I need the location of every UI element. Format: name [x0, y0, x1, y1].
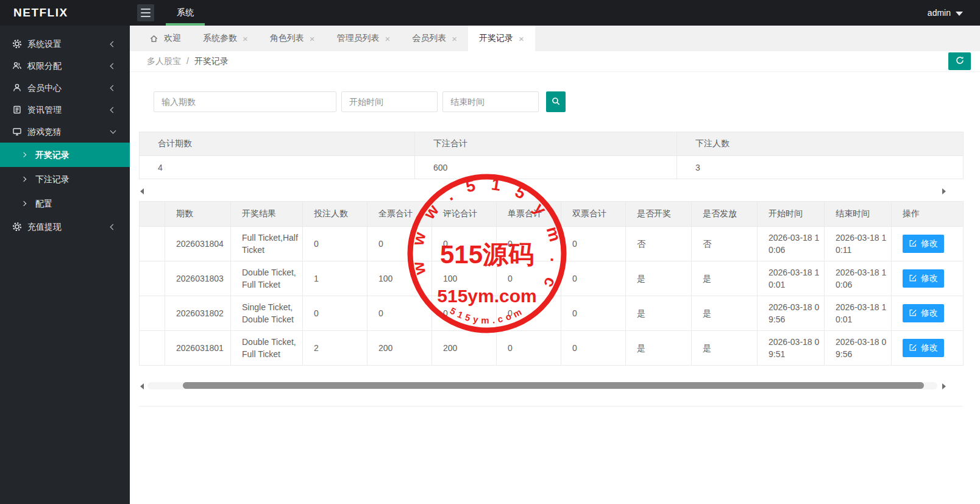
- summary-header: 合计期数: [140, 132, 415, 156]
- search-button[interactable]: [546, 91, 566, 112]
- period-input[interactable]: [154, 91, 336, 112]
- close-icon[interactable]: ×: [310, 34, 315, 43]
- close-icon[interactable]: ×: [243, 34, 248, 43]
- document-icon: [12, 105, 22, 115]
- edit-button[interactable]: 修改: [903, 269, 944, 288]
- start-time-input[interactable]: [341, 91, 438, 112]
- cell-drawn: 否: [626, 227, 692, 261]
- sidebar-item-system-settings[interactable]: 系统设置: [0, 33, 130, 55]
- edit-icon: [909, 239, 917, 249]
- sidebar-item-info-management[interactable]: 资讯管理: [0, 99, 130, 121]
- hamburger-menu-icon[interactable]: [137, 4, 154, 21]
- cell-result: Double Ticket, Full Ticket: [231, 261, 303, 296]
- edit-button[interactable]: 修改: [903, 304, 944, 322]
- sidebar-item-recharge-withdraw[interactable]: 充值提现: [0, 216, 130, 238]
- cell-bettors: 0: [303, 296, 367, 331]
- cell-paid: 否: [692, 227, 758, 261]
- sidebar-item-permissions[interactable]: 权限分配: [0, 55, 130, 77]
- close-icon[interactable]: ×: [519, 34, 524, 43]
- tab-role-list[interactable]: 角色列表 ×: [259, 26, 326, 51]
- tab-member-list[interactable]: 会员列表 ×: [401, 26, 468, 51]
- summary-header: 下注合计: [415, 132, 677, 156]
- tab-label: 会员列表: [412, 33, 446, 44]
- sidebar: 系统设置 权限分配 会员中心 资讯管理: [0, 26, 130, 504]
- tab-label: 欢迎: [164, 33, 181, 44]
- cell-blank: [140, 296, 165, 331]
- edit-icon: [909, 274, 917, 284]
- cell-actions: 修改: [892, 296, 964, 331]
- tab-system-params[interactable]: 系统参数 ×: [192, 26, 259, 51]
- table-row: 2026031803 Double Ticket, Full Ticket 1 …: [140, 261, 964, 296]
- summary-header-row: 合计期数 下注合计 下注人数: [140, 132, 964, 156]
- tab-draw-records[interactable]: 开奖记录 ×: [468, 26, 535, 51]
- user-dropdown[interactable]: admin: [928, 0, 963, 26]
- sidebar-item-member-center[interactable]: 会员中心: [0, 77, 130, 99]
- cell-paid: 是: [692, 261, 758, 296]
- breadcrumb-current: 开奖记录: [194, 56, 229, 66]
- chevron-left-icon: [110, 107, 116, 113]
- sidebar-item-game-betting[interactable]: 游戏竞猜: [0, 121, 130, 143]
- cell-single-total: 0: [497, 296, 561, 331]
- cell-actions: 修改: [892, 227, 964, 261]
- chevron-left-icon: [110, 85, 116, 91]
- sidebar-item-label: 系统设置: [27, 39, 62, 49]
- chevron-left-icon: [110, 63, 116, 69]
- sidebar-subitem-bet-records[interactable]: 下注记录: [0, 167, 130, 191]
- cell-period: 2026031804: [165, 227, 231, 261]
- edit-button[interactable]: 修改: [903, 235, 944, 253]
- end-time-input[interactable]: [442, 91, 539, 112]
- cell-double-total: 0: [561, 227, 626, 261]
- summary-table: 合计期数 下注合计 下注人数 4 600 3: [139, 132, 964, 179]
- divider: [139, 406, 963, 406]
- cell-paid: 是: [692, 296, 758, 331]
- cell-result: Single Ticket, Double Ticket: [231, 296, 303, 331]
- tab-admin-list[interactable]: 管理员列表 ×: [326, 26, 402, 51]
- cell-end-time: 2026-03-18 09:56: [825, 331, 892, 366]
- scrollbar-thumb[interactable]: [183, 382, 924, 389]
- table-row: 2026031801 Double Ticket, Full Ticket 2 …: [140, 331, 964, 366]
- cell-full-total: 200: [367, 331, 432, 366]
- sidebar-subitem-draw-records[interactable]: 开奖记录: [0, 143, 130, 167]
- scroll-left-arrow-icon[interactable]: [140, 188, 144, 194]
- chevron-down-icon: [110, 128, 116, 134]
- chevron-left-icon: [110, 224, 116, 230]
- col-result: 开奖结果: [231, 202, 303, 227]
- content: 合计期数 下注合计 下注人数 4 600 3: [130, 91, 980, 406]
- cell-comment-total: 100: [432, 261, 497, 296]
- refresh-button[interactable]: [948, 52, 971, 70]
- sidebar-item-label: 游戏竞猜: [27, 127, 62, 137]
- cell-comment-total: 0: [432, 227, 497, 261]
- username: admin: [928, 8, 951, 18]
- search-row: [139, 91, 971, 112]
- scroll-left-arrow-icon[interactable]: [140, 383, 144, 389]
- close-icon[interactable]: ×: [452, 34, 457, 43]
- sidebar-item-label: 权限分配: [27, 61, 62, 71]
- cell-start-time: 2026-03-18 09:51: [758, 331, 825, 366]
- col-start-time: 开始时间: [758, 202, 825, 227]
- cell-drawn: 是: [626, 296, 692, 331]
- scroll-right-arrow-icon[interactable]: [942, 188, 946, 194]
- close-icon[interactable]: ×: [385, 34, 391, 43]
- breadcrumb-separator: /: [186, 56, 189, 66]
- col-single-total: 单票合计: [497, 202, 561, 227]
- col-drawn: 是否开奖: [626, 202, 692, 227]
- sidebar-item-label: 充值提现: [27, 222, 62, 232]
- scroll-right-arrow-icon[interactable]: [942, 383, 946, 389]
- cell-double-total: 0: [561, 331, 626, 366]
- edit-button-label: 修改: [921, 273, 938, 284]
- sidebar-subitem-config[interactable]: 配置: [0, 191, 130, 216]
- topnav-system[interactable]: 系统: [166, 0, 205, 26]
- cell-bettors: 2: [303, 331, 367, 366]
- edit-icon: [909, 308, 917, 319]
- summary-value-row: 4 600 3: [140, 156, 964, 179]
- cell-blank: [140, 261, 165, 296]
- topnav-system-label: 系统: [177, 7, 194, 17]
- breadcrumb: 多人股宝/开奖记录: [147, 51, 229, 71]
- cell-end-time: 2026-03-18 10:06: [825, 261, 892, 296]
- user-icon: [12, 83, 22, 93]
- tab-welcome[interactable]: 欢迎: [138, 26, 192, 51]
- arrow-right-icon: [21, 177, 26, 182]
- sidebar-subitem-label: 配置: [35, 199, 52, 208]
- summary-header: 下注人数: [677, 132, 964, 156]
- edit-button[interactable]: 修改: [903, 339, 944, 357]
